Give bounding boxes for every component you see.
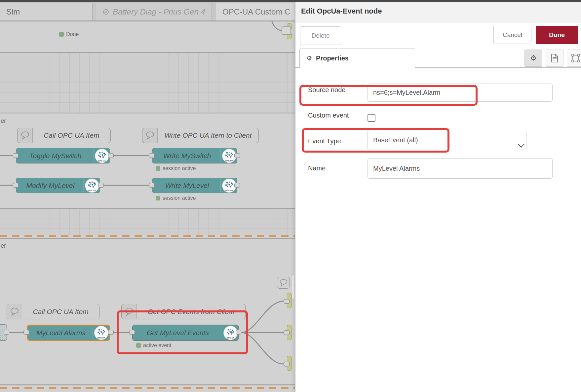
comment-node-stub[interactable] xyxy=(277,277,290,289)
comment-bubble-icon xyxy=(7,304,22,319)
flow-canvas[interactable]: er er Done xyxy=(0,21,295,392)
done-button[interactable]: Done xyxy=(536,26,578,44)
custom-event-label: Custom event xyxy=(308,112,349,119)
input-port[interactable] xyxy=(149,183,155,188)
node-status: session active xyxy=(156,195,196,201)
name-input[interactable]: MyLevel Alarms xyxy=(368,158,553,179)
output-port[interactable] xyxy=(98,183,104,188)
comment-bubble-icon xyxy=(122,304,137,319)
output-port[interactable] xyxy=(234,183,240,188)
flow-tab-opcua-custom[interactable]: OPC-UA Custom C xyxy=(215,3,301,21)
grid-band xyxy=(0,53,295,114)
comment-node[interactable]: Write OPC UA Item to Client xyxy=(142,128,259,143)
comment-node[interactable]: Call OPC UA Item xyxy=(17,128,111,143)
input-port[interactable] xyxy=(284,330,290,335)
comment-bubble-icon xyxy=(277,277,290,288)
event-type-select[interactable]: BaseEvent (all) xyxy=(368,130,526,150)
input-port[interactable] xyxy=(129,330,135,335)
output-port[interactable] xyxy=(4,330,9,335)
flow-tab-sim[interactable]: Sim xyxy=(0,3,93,21)
output-port[interactable] xyxy=(108,330,114,335)
cancel-button[interactable]: Cancel xyxy=(493,26,531,44)
appearance-icon-button[interactable] xyxy=(567,50,581,67)
event-type-label: Event Type xyxy=(308,137,341,145)
tab-properties[interactable]: ⚙ Properties xyxy=(299,49,415,68)
status-dot-icon xyxy=(156,166,160,171)
source-node-label: Source node xyxy=(308,86,345,94)
input-port[interactable] xyxy=(23,330,29,335)
opcua-node-write-mylevel[interactable]: Write MyLevel OPC UA xyxy=(152,178,237,193)
opcua-node-modify-mylevel[interactable]: Modify MyLevel OPC UA xyxy=(16,178,100,193)
input-port[interactable] xyxy=(13,183,19,188)
input-port[interactable] xyxy=(13,153,19,158)
input-port[interactable] xyxy=(149,153,155,158)
comment-bubble-icon xyxy=(18,128,33,143)
grid-band xyxy=(0,209,295,235)
opcua-node-mylevel-alarms[interactable]: MyLevel Alarms OPC UA xyxy=(27,325,110,341)
appearance-icon xyxy=(571,54,580,62)
opcua-node-toggle-myswitch[interactable]: Toggle MySwitch OPC UA xyxy=(16,148,110,163)
group-border-line xyxy=(0,238,295,239)
node-status: active event xyxy=(136,342,171,348)
canvas-scrollbar[interactable] xyxy=(292,275,294,299)
group-label: er xyxy=(1,118,6,125)
selected-group-border xyxy=(0,235,295,237)
tray-title: Edit OpcUa-Event node xyxy=(301,7,382,16)
group-label: er xyxy=(1,242,6,249)
output-port[interactable] xyxy=(108,153,114,158)
name-label: Name xyxy=(308,164,326,172)
source-node-input[interactable]: ns=6;s=MyLevel.Alarm xyxy=(368,84,553,102)
node-status-done: Done xyxy=(59,31,79,37)
comment-label: Get OPC Events from Client xyxy=(137,308,245,316)
gear-icon: ⚙ xyxy=(306,54,312,62)
comment-label: Call OPC UA Item xyxy=(33,131,110,139)
output-port[interactable] xyxy=(236,330,241,335)
input-port[interactable] xyxy=(284,362,290,367)
opcua-badge-icon: OPC UA xyxy=(94,326,108,340)
tab-bar-border xyxy=(0,20,295,21)
disabled-flow-icon: ⊘ xyxy=(102,7,109,17)
opcua-node-get-mylevel-events[interactable]: Get MyLevel Events OPC UA xyxy=(132,325,239,341)
comment-label: Call OPC UA Item xyxy=(22,308,99,316)
flow-tab-battery-diag[interactable]: ⊘ Battery Diag - Prius Gen 4 xyxy=(96,3,212,21)
status-dot-icon xyxy=(59,32,64,37)
edit-properties-icon-button[interactable]: ⚙ xyxy=(524,50,542,67)
comment-label: Write OPC UA Item to Client xyxy=(158,131,258,139)
output-port[interactable] xyxy=(234,153,240,158)
opcua-badge-icon: OPC UA xyxy=(95,149,109,163)
comment-node[interactable]: Get OPC Events from Client xyxy=(121,304,246,319)
opcua-badge-icon: OPC UA xyxy=(85,178,99,193)
comment-node[interactable]: Call OPC UA Item xyxy=(7,304,99,319)
workspace-top-strip xyxy=(0,0,581,2)
node-red-editor: er er Done xyxy=(0,0,581,392)
group-border-line xyxy=(0,114,295,114)
edit-node-tray: Edit OpcUa-Event node Delete Cancel Done… xyxy=(295,2,581,392)
group-border-line xyxy=(0,384,295,385)
document-icon xyxy=(551,54,558,62)
custom-event-checkbox[interactable] xyxy=(368,114,375,122)
opcua-node-write-myswitch[interactable]: Write MySwitch OPC UA xyxy=(152,148,237,163)
input-port[interactable] xyxy=(284,299,290,304)
delete-button[interactable]: Delete xyxy=(300,26,341,45)
selected-group-border xyxy=(0,387,295,389)
node-port[interactable] xyxy=(282,26,291,35)
status-dot-icon xyxy=(136,343,141,348)
comment-bubble-icon xyxy=(142,128,158,143)
description-icon-button[interactable] xyxy=(546,50,563,67)
status-dot-icon xyxy=(156,196,160,200)
node-status: session active xyxy=(156,165,196,171)
gear-icon: ⚙ xyxy=(530,54,537,62)
